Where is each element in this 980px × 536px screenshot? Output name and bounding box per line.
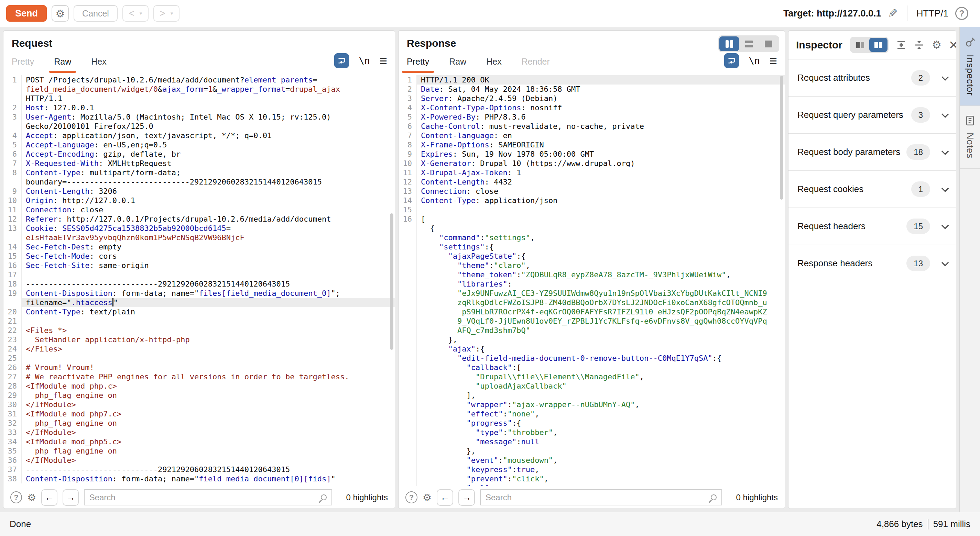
editor-line[interactable]: 5X-Powered-By: PHP/8.3.6 — [399, 113, 785, 122]
chevron-down-icon[interactable] — [942, 73, 949, 81]
editor-line[interactable]: "ajaxPageState":{ — [399, 252, 785, 261]
editor-line[interactable]: _pS9HLbR7ROcrPX4f-eqKGrOQ00FAFYFsR7IFZL9… — [399, 307, 785, 316]
editor-line[interactable]: "edit-field-media-document-0-remove-butt… — [399, 354, 785, 363]
chevron-down-icon[interactable] — [942, 259, 949, 266]
editor-line[interactable]: 34<IfModule mod_php5.c> — [3, 437, 395, 446]
editor-line[interactable]: 32 php_flag engine on — [3, 419, 395, 428]
editor-line[interactable]: "wrapper":"ajax-wrapper--nUGbUMnY-AQ", — [399, 400, 785, 409]
close-icon[interactable]: × — [949, 38, 956, 51]
editor-line[interactable]: eIsHfaaETVr3av95yvbqQhzn0kom1P5wPcNSqB2V… — [3, 233, 395, 242]
editor-line[interactable]: ], — [399, 391, 785, 400]
editor-line[interactable]: 16[ — [399, 214, 785, 224]
inspector-section-request-cookies[interactable]: Request cookies 1 — [789, 171, 956, 208]
chevron-down-icon[interactable] — [942, 222, 949, 229]
editor-line[interactable]: "eJx9UNFuwzAI_CE3-YZ9SUUIWdmw8Qyu1n19nSp… — [399, 289, 785, 298]
editor-line[interactable]: 9Content-Length: 3206 — [3, 187, 395, 196]
layout-single-button[interactable] — [759, 36, 778, 51]
editor-line[interactable]: AFQ_c7md3shm7bQ" — [399, 326, 785, 335]
tab-raw[interactable]: Raw — [449, 54, 466, 73]
editor-line[interactable]: 29 php_flag engine on — [3, 391, 395, 400]
editor-line[interactable]: 18-----------------------------292129206… — [3, 279, 395, 289]
editor-line[interactable]: 10Origin: http://127.0.0.1 — [3, 196, 395, 205]
word-wrap-toggle[interactable] — [724, 53, 739, 68]
editor-line[interactable]: 14Content-Type: application/json — [399, 196, 785, 205]
editor-line[interactable]: 13Connection: close — [399, 187, 785, 196]
show-newlines-icon[interactable]: \n — [359, 56, 370, 66]
inspector-section-request-attributes[interactable]: Request attributes 2 — [789, 59, 956, 97]
editor-line[interactable]: filename=".htaccess" — [3, 298, 395, 307]
editor-line[interactable]: 31<IfModule mod_php7.c> — [3, 409, 395, 419]
tab-render[interactable]: Render — [522, 54, 550, 73]
editor-line[interactable]: 16Sec-Fetch-Site: same-origin — [3, 261, 395, 270]
cancel-button[interactable]: Cancel — [73, 5, 118, 22]
editor-line[interactable]: zqRlkgDdlcFWZoISJP8-ZM40dBBQoOrbX7DYsLJ2… — [399, 298, 785, 307]
editor-line[interactable]: 1POST /Projects/drupal-10.2.6/media/add/… — [3, 75, 395, 84]
editor-line[interactable]: 36</IfModule> — [3, 455, 395, 465]
chevron-down-icon[interactable] — [942, 185, 949, 192]
editor-line[interactable]: 19Content-Disposition: form-data; name="… — [3, 289, 395, 298]
tab-pretty[interactable]: Pretty — [407, 54, 429, 73]
expand-all-button[interactable] — [896, 40, 907, 50]
editor-line[interactable]: "url" — [399, 484, 785, 486]
find-previous-button[interactable]: ← — [41, 489, 57, 506]
send-settings-button[interactable]: ⚙ — [52, 5, 69, 22]
editor-line[interactable]: "uploadAjaxCallback" — [399, 381, 785, 391]
tab-hex[interactable]: Hex — [486, 54, 501, 73]
search-help-icon[interactable]: ? — [406, 491, 417, 503]
inspector-section-request-headers[interactable]: Request headers 15 — [789, 208, 956, 245]
search-settings-icon[interactable]: ⚙ — [423, 492, 431, 503]
history-forward-button[interactable]: > ▾ — [153, 5, 180, 22]
editor-line[interactable]: 3User-Agent: Mozilla/5.0 (Macintosh; Int… — [3, 113, 395, 122]
find-next-button[interactable]: → — [63, 489, 79, 506]
collapse-all-button[interactable] — [914, 40, 924, 50]
editor-line[interactable]: 5Accept-Language: en-US,en;q=0.5 — [3, 140, 395, 149]
editor-line[interactable]: 4X-Content-Type-Options: nosniff — [399, 103, 785, 113]
editor-line[interactable]: 11X-Drupal-Ajax-Token: 1 — [399, 168, 785, 177]
word-wrap-toggle[interactable] — [334, 53, 349, 68]
editor-line[interactable]: HTTP/1.1 — [3, 94, 395, 103]
editor-line[interactable]: "effect":"none", — [399, 409, 785, 419]
editor-line[interactable]: { — [399, 224, 785, 233]
layout-rows-button[interactable] — [739, 36, 759, 51]
editor-line[interactable]: 14Sec-Fetch-Dest: empty — [3, 242, 395, 252]
editor-line[interactable]: 2Date: Sat, 04 May 2024 18:36:58 GMT — [399, 84, 785, 94]
editor-line[interactable]: "message":null — [399, 437, 785, 446]
editor-line[interactable]: 7Content-language: en — [399, 131, 785, 140]
editor-line[interactable]: 25 — [3, 354, 395, 363]
editor-line[interactable]: 11Connection: close — [3, 205, 395, 214]
http-version-label[interactable]: HTTP/1 — [916, 8, 948, 19]
editor-line[interactable]: boundary=---------------------------2921… — [3, 177, 395, 187]
show-newlines-icon[interactable]: \n — [749, 56, 760, 66]
editor-line[interactable]: 30</IfModule> — [3, 400, 395, 409]
tab-raw[interactable]: Raw — [54, 54, 71, 73]
tab-pretty[interactable]: Pretty — [12, 54, 34, 73]
editor-line[interactable]: "ajax":{ — [399, 344, 785, 354]
menu-icon[interactable]: ≡ — [770, 54, 777, 67]
editor-line[interactable]: 35 php_flag engine on — [3, 446, 395, 455]
inspector-settings-button[interactable]: ⚙ — [932, 38, 942, 51]
edit-target-pencil-icon[interactable]: ✎ — [888, 6, 898, 20]
editor-line[interactable]: 22<Files *> — [3, 326, 395, 335]
editor-line[interactable]: "command":"settings", — [399, 233, 785, 242]
editor-line[interactable]: 23 SetHandler application/x-httpd-php — [3, 335, 395, 344]
send-button[interactable]: Send — [6, 5, 47, 22]
editor-line[interactable]: Gecko/20100101 Firefox/125.0 — [3, 122, 395, 131]
editor-line[interactable]: 9_VQqLf0-JjUEwn8U1ov0EY_rZPBLJ1Yc7KLFsfq… — [399, 316, 785, 326]
editor-line[interactable]: 24</Files> — [3, 344, 395, 354]
find-next-button[interactable]: → — [458, 489, 475, 506]
search-help-icon[interactable]: ? — [10, 491, 22, 503]
editor-line[interactable]: 21 — [3, 316, 395, 326]
editor-line[interactable]: 15Sec-Fetch-Mode: cors — [3, 252, 395, 261]
editor-line[interactable]: 3Server: Apache/2.4.59 (Debian) — [399, 94, 785, 103]
editor-line[interactable]: "theme":"claro", — [399, 261, 785, 270]
editor-line[interactable]: 28<IfModule mod_php.c> — [3, 381, 395, 391]
sidebar-tab-inspector[interactable]: Inspector — [960, 27, 980, 106]
editor-line[interactable]: 1HTTP/1.1 200 OK — [399, 75, 785, 84]
editor-line[interactable]: 10X-Generator: Drupal 10 (https://www.dr… — [399, 159, 785, 168]
editor-line[interactable]: "libraries": — [399, 279, 785, 289]
editor-line[interactable]: "theme_token":"ZQDBULqR8_eypZ8eA78_8azcT… — [399, 270, 785, 279]
editor-line[interactable]: 8Content-Type: multipart/form-data; — [3, 168, 395, 177]
search-input[interactable] — [89, 493, 317, 502]
layout-columns-button[interactable] — [719, 36, 739, 51]
dock-left-button[interactable] — [851, 38, 869, 52]
